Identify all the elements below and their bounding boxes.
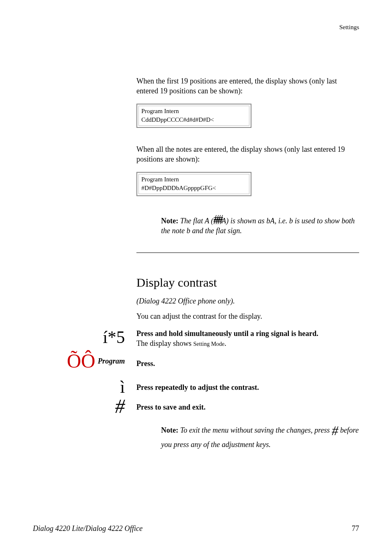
section-heading: Display contrast xyxy=(136,276,359,290)
step-row-2: ÕÔProgram Press. xyxy=(33,351,359,371)
page-footer: Dialog 4220 Lite/Dialog 4222 Office 77 xyxy=(33,524,359,533)
setting-mode-text: Setting Mode xyxy=(194,341,225,347)
lcd-display-2: Program Intern #D#DppDDDbAGppppGFG< xyxy=(136,172,251,197)
intro-paragraph-2: When all the notes are entered, the disp… xyxy=(136,144,359,164)
note-text: The flat A ( xyxy=(178,217,213,225)
note-label: Note: xyxy=(161,217,178,225)
note-flat-a: Note: The flat A (####A) is shown as bA,… xyxy=(161,213,359,236)
intro-paragraph-1: When the first 19 positions are entered,… xyxy=(136,76,359,96)
hash-key-glyph: # xyxy=(115,395,125,417)
footer-title: Dialog 4220 Lite/Dialog 4222 Office xyxy=(33,524,143,533)
step-row-4: # Press to save and exit. xyxy=(33,396,359,416)
program-key-label: Program xyxy=(98,357,125,365)
step-instruction: Press repeatedly to adjust the contrast. xyxy=(136,382,359,392)
flat-symbol-icon: #### xyxy=(213,213,221,223)
lcd-line: CddDDppCCCC#d#d#D#D< xyxy=(141,116,247,125)
lcd-line: Program Intern xyxy=(141,107,247,116)
hash-key-icon: # xyxy=(332,423,338,438)
section-divider xyxy=(136,253,359,253)
lcd-line: #D#DppDDDbAGppppGFG< xyxy=(141,184,247,193)
program-key-glyph: ÕÔ xyxy=(67,350,95,372)
note-exit-menu: Note: To exit the menu without saving th… xyxy=(161,422,359,449)
lcd-line: Program Intern xyxy=(141,175,247,184)
step-instruction: Press and hold simultaneously until a ri… xyxy=(136,329,359,338)
note-label: Note: xyxy=(161,426,178,434)
lcd-display-1: Program Intern CddDDppCCCC#d#d#D#D< xyxy=(136,104,251,128)
step-detail: The display shows Setting Mode. xyxy=(136,338,359,348)
step-row-1: í*5 Press and hold simultaneously until … xyxy=(33,329,359,349)
header-section-label: Settings xyxy=(33,24,359,31)
step-instruction: Press. xyxy=(136,359,359,368)
step-instruction: Press to save and exit. xyxy=(136,402,359,412)
key-glyph-mute-star-5: í*5 xyxy=(103,328,125,347)
page-number: 77 xyxy=(352,524,359,533)
note-text: To exit the menu without saving the chan… xyxy=(178,426,332,434)
step-row-3: ì Press repeatedly to adjust the contras… xyxy=(33,378,359,396)
section-subtitle: (Dialog 4222 Office phone only). xyxy=(136,297,359,306)
section-intro: You can adjust the contrast for the disp… xyxy=(136,311,359,321)
volume-key-glyph: ì xyxy=(120,378,125,396)
